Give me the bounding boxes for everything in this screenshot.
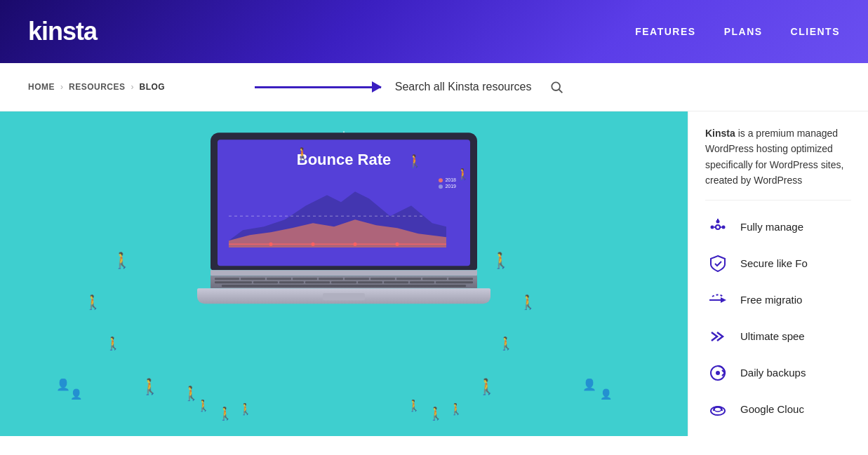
spacebar (222, 285, 466, 287)
svg-point-10 (716, 225, 720, 229)
keyboard-row-2 (215, 281, 473, 283)
person-bottom-r3: 🚶 (449, 402, 463, 416)
legend-label-2018: 2018 (445, 177, 456, 182)
breadcrumb-bar: HOME › RESOURCES › BLOG Search all Kinst… (0, 63, 868, 111)
search-label: Search all Kinsta resources (395, 81, 532, 93)
person-bottom-r2: 🚶 (428, 406, 443, 421)
feature-fully-managed: Fully manage (705, 215, 851, 240)
breadcrumb-home[interactable]: HOME (28, 82, 55, 92)
svg-point-22 (714, 407, 721, 412)
side-arrows-left: 👤 (56, 378, 70, 391)
svg-line-1 (559, 90, 563, 93)
person-top-right: 🚶 (407, 154, 422, 169)
sidebar-intro: Kinsta is a premium managed WordPress ho… (705, 125, 851, 201)
breadcrumb-blog[interactable]: BLOG (140, 82, 166, 92)
search-area: Search all Kinsta resources (165, 76, 657, 98)
backup-icon (708, 363, 728, 383)
nav-plans[interactable]: PLANS (724, 26, 763, 37)
person-bottom-3: 🚶 (239, 402, 253, 416)
person-right-bottom: 🚶 (477, 378, 496, 396)
legend-dot-2018 (439, 178, 443, 182)
feature-label-free-migration: Free migratio (740, 294, 802, 306)
side-arrows-right: 👤 (582, 378, 596, 391)
side-arrows-right2: 👤 (600, 388, 612, 400)
person-upper-right: 🚶 (456, 168, 470, 181)
svg-point-16 (716, 219, 720, 223)
laptop-screen-outer: Bounce Rate 2018 2019 (211, 133, 477, 270)
main-layout: Bounce Rate 2018 2019 (0, 111, 868, 436)
svg-point-12 (722, 225, 726, 229)
google-cloud-icon (708, 400, 728, 419)
chart-svg (229, 177, 446, 247)
feature-list: Fully manage Secure like Fo (705, 215, 851, 422)
nav-clients[interactable]: CLIENTS (791, 26, 840, 37)
person-left-3: 🚶 (105, 336, 121, 351)
feature-label-fully-managed: Fully manage (740, 221, 803, 233)
feature-icon-google-cloud (705, 397, 730, 422)
breadcrumb-resources[interactable]: RESOURCES (69, 82, 126, 92)
legend-label-2019: 2019 (445, 184, 456, 189)
feature-icon-secure (705, 251, 730, 276)
shield-icon (708, 254, 728, 273)
laptop: Bounce Rate 2018 2019 (211, 133, 477, 304)
feature-icon-fully-managed (705, 215, 730, 240)
person-top-left: 🚶 (295, 147, 310, 162)
feature-label-speed: Ultimate spee (740, 330, 805, 342)
chart-area: 2018 2019 (229, 177, 459, 247)
person-left-2: 🚶 (84, 294, 102, 311)
header: kinsta FEATURES PLANS CLIENTS (0, 0, 868, 63)
svg-marker-18 (721, 297, 726, 303)
side-arrows-left2: 👤 (70, 388, 82, 400)
feature-free-migration: Free migratio (705, 287, 851, 313)
breadcrumb-sep-2: › (131, 82, 134, 92)
arrow-line (255, 86, 381, 88)
feature-google-cloud: Google Clouc (705, 397, 851, 422)
chevron-double-right-icon (708, 327, 728, 346)
main-nav: FEATURES PLANS CLIENTS (635, 26, 840, 37)
feature-label-google-cloud: Google Clouc (740, 403, 804, 415)
search-icon (549, 80, 563, 94)
svg-point-9 (396, 243, 399, 246)
feature-icon-backups (705, 360, 730, 386)
feature-secure: Secure like Fo (705, 251, 851, 276)
laptop-screen: Bounce Rate 2018 2019 (218, 140, 470, 266)
breadcrumb: HOME › RESOURCES › BLOG (28, 82, 165, 92)
legend-2019: 2019 (439, 184, 456, 189)
screen-title: Bounce Rate (229, 151, 459, 169)
legend-2018: 2018 (439, 177, 456, 182)
laptop-base (197, 288, 490, 304)
hero-area: Bounce Rate 2018 2019 (0, 111, 688, 436)
laptop-hinge (211, 270, 477, 276)
feature-label-secure: Secure like Fo (740, 257, 808, 269)
laptop-keyboard (211, 276, 477, 288)
sidebar: Kinsta is a premium managed WordPress ho… (688, 111, 868, 436)
keyboard-row-1 (215, 278, 473, 280)
person-bottom-2: 🚶 (218, 406, 233, 421)
search-button[interactable] (545, 76, 568, 98)
logo[interactable]: kinsta (28, 17, 97, 46)
settings-icon (708, 217, 728, 237)
feature-label-backups: Daily backups (740, 367, 806, 379)
person-right-1: 🚶 (491, 252, 510, 270)
breadcrumb-sep-1: › (60, 82, 63, 92)
svg-point-0 (552, 82, 561, 90)
feature-icon-speed (705, 324, 730, 349)
laptop-trackpad (323, 293, 365, 300)
person-left-1: 🚶 (112, 252, 131, 270)
svg-point-6 (269, 243, 273, 246)
legend-dot-2019 (439, 184, 443, 189)
kinsta-brand: Kinsta (705, 128, 735, 139)
person-bottom-r1: 🚶 (407, 399, 421, 412)
svg-point-8 (354, 243, 357, 246)
feature-speed: Ultimate spee (705, 324, 851, 349)
feature-icon-free-migration (705, 287, 730, 313)
person-right-2: 🚶 (519, 294, 537, 311)
chart-legend: 2018 2019 (439, 177, 456, 189)
svg-point-7 (312, 243, 315, 246)
nav-features[interactable]: FEATURES (635, 26, 695, 37)
feature-backups: Daily backups (705, 360, 851, 386)
person-right-3: 🚶 (498, 336, 514, 351)
svg-point-20 (716, 371, 720, 375)
svg-point-11 (711, 225, 714, 229)
migration-icon (708, 290, 728, 310)
